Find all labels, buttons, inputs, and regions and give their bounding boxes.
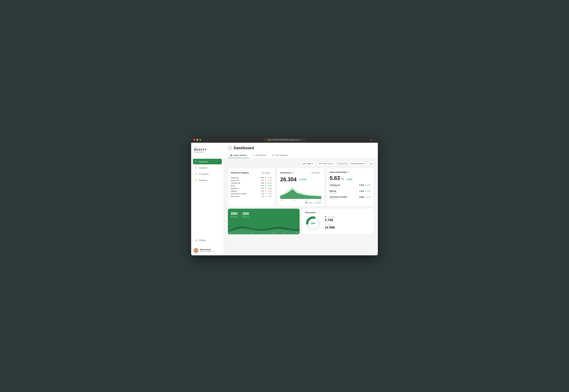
collection-icon: ☐	[195, 167, 197, 169]
avatar-face	[194, 249, 198, 253]
sidebar-item-collection[interactable]: ☐ Collection	[193, 165, 222, 171]
sidebar-item-published[interactable]: ⚡ Published	[193, 177, 222, 183]
view-report-button-interactions[interactable]: View report	[309, 171, 321, 175]
cards-row-top: Played by Category View report Fragrance…	[228, 168, 374, 206]
players-number: 26K	[242, 211, 250, 216]
forward-button[interactable]: ›	[207, 139, 208, 141]
improvement-row: Training Lab 74% correct 9.554 ▲4.0%	[330, 183, 371, 189]
visits-number: 14 958	[325, 225, 371, 229]
dashboard-area: Last 7 days ▾ 📅 Jun 6 – Jun 12 compared …	[224, 158, 378, 255]
online-indicator	[197, 252, 199, 253]
wave-labels: 6 7 8 9 10 11 12	[228, 232, 300, 233]
stats-numbers: 89K Played 26K Players	[231, 211, 297, 218]
improvement-rate-card: Improvement Rate i 5.63 % ▲ +3.4%	[327, 168, 374, 206]
conversion-content: 28% Converted 3 739 Visits	[305, 215, 371, 232]
improvement-rows: Training Lab 74% correct 9.554 ▲4.0% Mak…	[330, 183, 371, 201]
user-info: Daria Piccoli daria-piccoli@tbc.com	[200, 249, 221, 252]
improvement-rate-number: 5.63 % ▲ +3.4%	[330, 175, 371, 181]
sidebar-label-in-progress: In Progress	[199, 173, 209, 175]
converted-dot	[325, 216, 326, 218]
app-container: THE BEAUTY Company ⊙ Dashboard ☐ Collect…	[191, 143, 378, 255]
sidebar: THE BEAUTY Company ⊙ Dashboard ☐ Collect…	[191, 143, 224, 255]
minimize-button[interactable]	[196, 139, 198, 141]
sidebar-label-published: Published	[199, 179, 207, 182]
sidebar-item-settings[interactable]: ⚙ Settings	[193, 238, 222, 243]
page-title: Dashboard	[234, 146, 254, 150]
legend-dot-correct	[305, 202, 307, 203]
chart-label-16: 16:00	[305, 199, 308, 201]
dashboard-icon: ⊙	[195, 160, 197, 163]
tab-my-statistics[interactable]: ◎ My Statistics	[250, 153, 269, 158]
compared-to-label: compared to	[337, 163, 347, 165]
url-text: backoffice.thebeautycompany.com	[271, 139, 299, 141]
close-button[interactable]	[194, 139, 195, 141]
main-content: ↺ Dashboard ▦ Usage Statistics ◎ My Stat…	[224, 143, 378, 255]
wave-label-8: 8	[251, 232, 252, 233]
card-header-played: Played by Category View report	[231, 171, 272, 175]
new-tab-icon[interactable]: +	[374, 138, 375, 141]
user-name: Daria Piccoli	[200, 249, 221, 251]
usage-statistics-icon: ▦	[230, 154, 232, 156]
period-selector[interactable]: Last 7 days ▾	[300, 161, 315, 166]
interactions-info-icon[interactable]: i	[292, 172, 294, 174]
visits-label: Visits	[325, 224, 371, 225]
arrow-up-icon: ▲	[299, 179, 301, 180]
played-label: Played	[231, 216, 238, 218]
wave-label-7: 7	[241, 232, 242, 233]
converted-number: 3 739	[325, 218, 371, 222]
conversion-title: Conversion	[305, 211, 371, 214]
category-row: Body Care 43 ▲ 5.8%	[231, 195, 272, 198]
category-row: Wellness 337 ▲ 5.8%	[231, 187, 272, 190]
improvement-row: Techniche di vendits 86% correct 3.046 ▲…	[330, 195, 371, 201]
visits-dot	[325, 224, 326, 225]
fullscreen-button[interactable]	[199, 139, 201, 141]
browser-window: ‹ › 🔒 backoffice.thebeautycompany.com ↺ …	[191, 137, 378, 255]
category-row: Techniche di vendits 113 ▼ 2.8%	[231, 192, 272, 195]
tab-topic-statistics[interactable]: ⊕ Topic Statistics	[270, 153, 290, 158]
page-title-row: ↺ Dashboard	[228, 146, 374, 150]
chart-legend: Correct Played	[280, 202, 321, 204]
period-label: Last 7 days	[302, 163, 311, 165]
share-icon[interactable]: ⬆	[370, 138, 372, 141]
page-icon: ↺	[228, 146, 232, 150]
tabs: ▦ Usage Statistics ◎ My Statistics ⊕ Top…	[228, 153, 374, 158]
interactions-badge: ▲ +2.6%	[298, 178, 307, 181]
improvement-rate-title: Improvement Rate i	[330, 171, 349, 173]
tab-usage-statistics[interactable]: ▦ Usage Statistics	[228, 153, 249, 158]
user-email: daria-piccoli@tbc.com	[200, 251, 221, 252]
conversion-stats: Converted 3 739 Visits 14 958	[325, 216, 371, 231]
sidebar-item-in-progress[interactable]: ✎ In Progress	[193, 171, 222, 177]
controls-row: Last 7 days ▾ 📅 Jun 6 – Jun 12 compared …	[228, 161, 374, 166]
published-icon: ⚡	[195, 179, 197, 182]
improvement-info-icon[interactable]: i	[347, 171, 349, 173]
category-row: Fragrance 1438 ▲ 5.8%	[231, 176, 272, 179]
settings-button[interactable]: ⚙	[369, 161, 374, 166]
logo-beauty: BEAUTY	[194, 148, 221, 152]
donut-chart: 28%	[305, 215, 321, 232]
wave-label-6: 6	[230, 232, 231, 233]
sidebar-item-dashboard[interactable]: ⊙ Dashboard	[193, 159, 222, 164]
interactions-chart	[280, 184, 321, 199]
back-button[interactable]: ‹	[205, 139, 206, 141]
legend-played: Played	[315, 202, 321, 204]
topic-statistics-icon: ⊕	[272, 154, 274, 156]
gear-icon: ⚙	[370, 162, 372, 165]
view-report-button-played[interactable]: View report	[260, 171, 272, 175]
legend-dot-played	[315, 202, 316, 203]
sidebar-label-dashboard: Dashboard	[199, 160, 208, 163]
previous-period-label: Previous Period	[351, 163, 363, 165]
card-header-interactions: Interactions i View report	[280, 171, 321, 175]
wave-chart: 6 7 8 9 10 11 12	[228, 223, 300, 234]
date-range-picker[interactable]: 📅 Jun 6 – Jun 12	[317, 161, 336, 166]
players-stat: 26K Players	[242, 211, 250, 218]
comparison-period-selector[interactable]: Previous Period ▾	[349, 161, 367, 166]
reload-icon[interactable]: ↺	[299, 139, 301, 141]
played-dot	[231, 216, 232, 217]
category-row: Makeup 143 ▼ 15.8%	[231, 190, 272, 192]
played-by-category-title: Played by Category	[231, 172, 249, 174]
settings-icon: ⚙	[195, 239, 197, 242]
date-range-text: Jun 6 – Jun 12	[322, 163, 334, 165]
address-bar[interactable]: 🔒 backoffice.thebeautycompany.com ↺	[264, 138, 305, 141]
tab-topic-label: Topic Statistics	[275, 154, 288, 156]
user-profile[interactable]: Daria Piccoli daria-piccoli@tbc.com	[191, 245, 224, 255]
